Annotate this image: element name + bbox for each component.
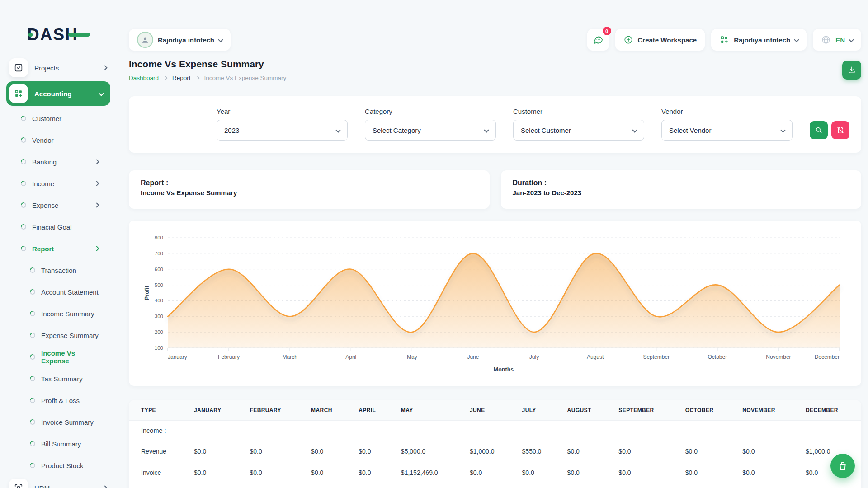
svg-text:October: October [708,354,727,360]
svg-text:600: 600 [155,267,163,272]
vendor-select[interactable]: Select Vendor [661,120,793,141]
sidebar-item-label: Product Stock [41,462,99,469]
language-selector[interactable]: EN [813,29,861,51]
sidebar-item-label: Transaction [41,267,99,274]
topbar-actions: 0 Create Workspace Rajodiya infotech EN [587,29,862,51]
sidebar-item-expense-summary[interactable]: Expense Summary [0,324,117,346]
workspace-name: Rajodiya infotech [158,36,214,44]
table-cell: $0.0 [678,462,735,483]
table-cell: $0.0 [515,462,560,483]
table-cell: $0.0 [462,462,515,483]
customer-filter: Customer Select Customer [513,108,644,141]
bullet-ring-icon [29,267,37,274]
sidebar-item-label: Tax Summary [41,375,99,383]
breadcrumb-report[interactable]: Report [172,75,191,81]
globe-icon [821,35,831,45]
sidebar-item-label: Account Statement [41,288,99,296]
workspace-switcher-right[interactable]: Rajodiya infotech [711,29,807,51]
purchase-fab-button[interactable] [830,454,855,478]
bullet-ring-icon [20,223,28,231]
brand-logo[interactable]: DASH [27,25,78,44]
sidebar-item-account-statement[interactable]: Account Statement [0,281,117,303]
income-expense-table-card: TYPEJANUARYFEBRUARYMARCHAPRILMAYJUNEJULY… [129,400,861,488]
table-cell: $0.0 [560,441,612,462]
sidebar-item-label: Customer [32,115,99,122]
sidebar-item-label: Income Vs Expense [41,349,99,365]
category-filter: Category Select Category [365,108,496,141]
sidebar-item-label: Finacial Goal [32,223,99,231]
bullet-ring-icon [29,310,37,318]
table-row-label: Invoice [129,462,187,483]
bullet-ring-icon [20,136,28,144]
table-header-cell: NOVEMBER [735,400,798,421]
svg-text:March: March [283,354,297,360]
chevron-down-icon [849,37,854,42]
svg-text:February: February [218,354,240,360]
reset-filter-button[interactable] [831,121,849,139]
apply-filter-button[interactable] [810,121,828,139]
sidebar-item-income-vs-expense[interactable]: Income Vs Expense [0,346,117,368]
table-row-label: Revenue [129,441,187,462]
sidebar-item-hrm[interactable]: HRM [0,476,117,488]
bullet-ring-icon [20,245,28,253]
sidebar-item-product-stock[interactable]: Product Stock [0,455,117,476]
sidebar-item-invoice-summary[interactable]: Invoice Summary [0,411,117,433]
svg-text:September: September [643,354,670,360]
accounting-grid-icon [9,84,28,103]
customer-select[interactable]: Select Customer [513,120,644,141]
sidebar-item-bill-summary[interactable]: Bill Summary [0,433,117,455]
report-card-value: Income Vs Expense Summary [141,189,478,197]
sidebar-item-label: Banking [32,158,89,166]
table-head: TYPEJANUARYFEBRUARYMARCHAPRILMAYJUNEJULY… [129,400,861,421]
sidebar-item-banking[interactable]: Banking [0,151,117,173]
breadcrumb-dashboard[interactable]: Dashboard [129,75,159,81]
workspace-switcher-left[interactable]: Rajodiya infotech [129,29,231,51]
workspace-name: Rajodiya infotech [734,36,790,44]
bullet-ring-icon [29,397,37,404]
chevron-down-icon [632,127,637,132]
sidebar-item-expense[interactable]: Expense [0,194,117,216]
chevron-right-icon [94,202,99,207]
download-button[interactable] [842,61,861,80]
table-header-cell: SEPTEMBER [611,400,678,421]
chevron-down-icon [484,127,489,132]
sidebar-item-customer[interactable]: Customer [0,108,117,129]
table-header-cell: AUGUST [560,400,612,421]
svg-text:August: August [587,354,604,360]
table-header-cell: DECEMBER [798,400,861,421]
chevron-right-icon [102,485,107,488]
svg-text:800: 800 [155,235,163,240]
table-cell: $0.0 [304,462,351,483]
chevron-right-icon [94,246,99,251]
svg-text:January: January [168,354,187,360]
customer-select-value: Select Customer [521,127,571,134]
year-select[interactable]: 2023 [217,120,348,141]
svg-text:April: April [345,354,356,360]
table-section-row: Income : [129,421,861,441]
create-workspace-button[interactable]: Create Workspace [615,29,705,51]
category-select[interactable]: Select Category [365,120,496,141]
sidebar-item-tax-summary[interactable]: Tax Summary [0,368,117,389]
table-section-label: Income : [129,421,861,441]
bullet-ring-icon [29,418,37,426]
sidebar-item-projects[interactable]: Projects [0,56,117,80]
sidebar-item-profit-loss[interactable]: Profit & Loss [0,389,117,411]
sidebar-item-report[interactable]: Report [0,238,117,259]
breadcrumb-current: Income Vs Expense Summary [204,75,287,81]
sidebar-item-income-summary[interactable]: Income Summary [0,303,117,324]
messages-button[interactable]: 0 [587,29,609,51]
table-cell: $1,000.0 [462,441,515,462]
chevron-right-icon [94,159,99,164]
table-cell: $1,152,469.0 [394,462,462,483]
table-cell: $0.0 [304,441,351,462]
svg-text:400: 400 [155,298,163,303]
table-cell: $0.0 [678,441,735,462]
bullet-ring-icon [29,332,37,339]
sidebar-item-accounting[interactable]: Accounting [6,81,110,106]
sidebar-item-finacial-goal[interactable]: Finacial Goal [0,216,117,238]
sidebar-item-transaction[interactable]: Transaction [0,259,117,281]
sidebar-item-vendor[interactable]: Vendor [0,129,117,151]
hrm-user-scan-icon [9,479,28,488]
avatar [137,32,153,48]
sidebar-item-income[interactable]: Income [0,173,117,194]
